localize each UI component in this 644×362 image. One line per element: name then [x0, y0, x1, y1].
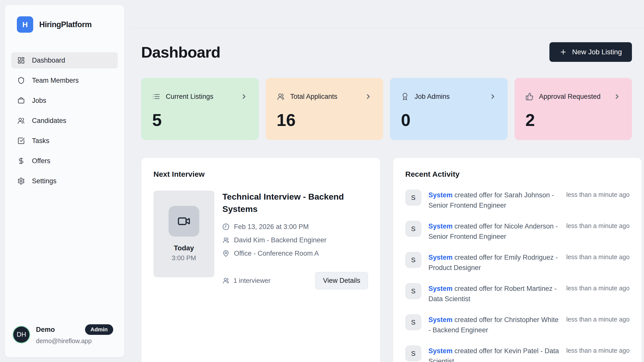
recent-activity-title: Recent Activity — [405, 170, 630, 178]
interviewer-count: 1 interviewer — [222, 277, 270, 285]
interview-datetime: Feb 13, 2026 at 3:00 PM — [234, 223, 309, 231]
activity-timestamp: less than a minute ago — [566, 283, 630, 292]
dashboard-icon — [17, 57, 25, 64]
interview-details: Technical Interview - Backend Systems Fe… — [222, 191, 368, 289]
video-iconbox — [169, 206, 199, 237]
users-icon — [222, 237, 229, 244]
activity-actor[interactable]: System — [428, 316, 453, 324]
award-icon — [401, 93, 409, 101]
next-interview-title: Next Interview — [153, 170, 368, 178]
activity-avatar: S — [405, 314, 421, 330]
sidebar-item-offers[interactable]: Offers — [11, 153, 118, 169]
sidebar-item-jobs[interactable]: Jobs — [11, 93, 118, 109]
sidebar-item-team-members[interactable]: Team Members — [11, 72, 118, 88]
activity-actor[interactable]: System — [428, 347, 453, 355]
page-title: Dashboard — [141, 43, 220, 61]
stat-label: Total Applicants — [290, 93, 359, 101]
activity-avatar: S — [405, 221, 421, 237]
sidebar-item-label: Dashboard — [32, 57, 65, 64]
stat-value: 0 — [401, 110, 497, 130]
sidebar-item-candidates[interactable]: Candidates — [11, 113, 118, 129]
brand-logo: H — [17, 16, 33, 33]
stat-value: 5 — [152, 110, 248, 130]
check-square-icon — [17, 137, 25, 145]
interview-job-title: Technical Interview - Backend Systems — [222, 191, 368, 215]
activity-timestamp: less than a minute ago — [566, 221, 630, 230]
sidebar-toggle-button[interactable] — [145, 12, 149, 16]
activity-actor[interactable]: System — [428, 191, 453, 199]
users-icon — [277, 93, 285, 101]
avatar: DH — [13, 327, 29, 343]
users-icon — [17, 117, 25, 124]
brand: H HiringPlatform — [17, 16, 112, 33]
stat-label: Current Listings — [166, 93, 235, 101]
interview-location-row: Office - Conference Room A — [222, 250, 368, 257]
list-icon — [152, 93, 160, 101]
stat-label: Job Admins — [415, 93, 484, 101]
activity-avatar: S — [405, 345, 421, 361]
briefcase-icon — [17, 97, 25, 104]
stat-card-current-listings[interactable]: Current Listings 5 — [141, 78, 259, 140]
stat-card-job-admins[interactable]: Job Admins 0 — [390, 78, 508, 140]
stat-card-approval-requested[interactable]: Approval Requested 2 — [514, 78, 632, 140]
activity-text: System created offer for Emily Rodriguez… — [428, 252, 559, 273]
activity-text: System created offer for Nicole Anderson… — [428, 221, 559, 242]
sidebar-item-label: Jobs — [32, 97, 46, 105]
page-header: Dashboard New Job Listing — [141, 42, 632, 62]
video-icon — [177, 215, 190, 228]
plus-icon — [559, 48, 567, 56]
user-email: demo@hireflow.app — [36, 337, 116, 345]
next-interview-panel: Next Interview Today 3:00 PM Technical I… — [141, 158, 380, 362]
activity-row: S System created offer for Kevin Patel -… — [405, 345, 630, 362]
activity-actor[interactable]: System — [428, 222, 453, 230]
stat-card-total-applicants[interactable]: Total Applicants 16 — [266, 78, 383, 140]
clock-icon — [222, 223, 229, 230]
interview-person-row: David Kim - Backend Engineer — [222, 236, 368, 244]
new-job-listing-label: New Job Listing — [572, 48, 622, 56]
sidebar-item-tasks[interactable]: Tasks — [11, 133, 118, 149]
sidebar-item-settings[interactable]: Settings — [11, 173, 118, 189]
role-badge: Admin — [85, 324, 113, 335]
recent-activity-panel: Recent Activity S System created offer f… — [393, 158, 642, 362]
view-details-button[interactable]: View Details — [315, 272, 368, 289]
interview-card: Today 3:00 PM Technical Interview - Back… — [153, 191, 368, 289]
sidebar-user[interactable]: DH Demo Admin demo@hireflow.app — [11, 324, 118, 345]
activity-avatar: S — [405, 283, 421, 299]
activity-text: System created offer for Christopher Whi… — [428, 314, 559, 335]
activity-timestamp: less than a minute ago — [566, 345, 630, 354]
activity-avatar: S — [405, 252, 421, 268]
sidebar-item-label: Settings — [32, 177, 57, 185]
sidebar-item-label: Offers — [32, 157, 50, 165]
activity-actor[interactable]: System — [428, 285, 453, 292]
interview-person: David Kim - Backend Engineer — [234, 236, 327, 244]
interview-day: Today — [174, 244, 194, 252]
notifications-button[interactable] — [623, 12, 627, 16]
topbar — [129, 0, 644, 29]
activity-row: S System created offer for Robert Martin… — [405, 283, 630, 304]
stat-value: 2 — [526, 110, 621, 130]
interview-datetime-row: Feb 13, 2026 at 3:00 PM — [222, 223, 368, 231]
sidebar-item-dashboard[interactable]: Dashboard — [11, 52, 118, 68]
dollar-icon — [17, 157, 25, 165]
activity-text: System created offer for Sarah Johnson -… — [428, 190, 559, 211]
stat-cards: Current Listings 5 Total Applicants — [141, 78, 632, 140]
activity-avatar: S — [405, 190, 421, 206]
activity-row: S System created offer for Christopher W… — [405, 314, 630, 335]
activity-list: S System created offer for Sarah Johnson… — [405, 190, 630, 362]
content: Dashboard New Job Listing Current Listin… — [129, 29, 644, 362]
brand-name: HiringPlatform — [39, 20, 92, 29]
activity-timestamp: less than a minute ago — [566, 252, 630, 261]
activity-timestamp: less than a minute ago — [566, 190, 630, 198]
interviewer-count-label: 1 interviewer — [233, 277, 270, 285]
chevron-right-icon — [489, 93, 497, 100]
activity-timestamp: less than a minute ago — [566, 314, 630, 323]
panels: Next Interview Today 3:00 PM Technical I… — [141, 158, 632, 362]
sidebar-user-info: Demo Admin demo@hireflow.app — [36, 324, 116, 345]
sidebar-nav: Dashboard Team Members Jobs Candidates T… — [11, 52, 118, 193]
interview-footer: 1 interviewer View Details — [222, 272, 368, 289]
users-icon — [222, 277, 229, 284]
shield-icon — [17, 77, 25, 84]
new-job-listing-button[interactable]: New Job Listing — [549, 42, 632, 62]
activity-actor[interactable]: System — [428, 254, 453, 261]
map-pin-icon — [222, 250, 229, 257]
